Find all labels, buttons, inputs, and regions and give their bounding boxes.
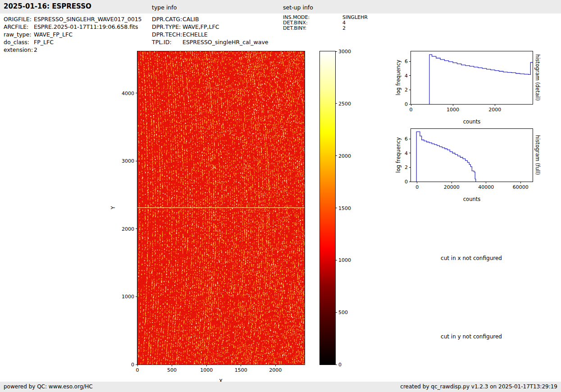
y-tick-label: 0 xyxy=(131,362,134,368)
type-info-heading: type info xyxy=(152,4,177,11)
y-tick-label: 6 xyxy=(405,59,408,64)
x-tick-mark xyxy=(241,365,241,366)
arcfile-label: ARCFILE: xyxy=(4,23,34,31)
raw-display-canvas xyxy=(137,51,305,365)
y-tick-label: 1000 xyxy=(122,294,134,300)
x-tick-mark xyxy=(137,365,138,366)
colorbar-tick-mark xyxy=(335,312,337,313)
info-row-extension: extension:2 xyxy=(4,46,142,54)
cut-x-message: cut in x not configured xyxy=(441,255,502,261)
doclass-value: FP_LFC xyxy=(34,39,54,46)
x-tick-mark xyxy=(172,365,172,366)
colorbar-tick-label: 1500 xyxy=(338,205,351,211)
setup-info-block: INS.MODE:SINGLEHR DET.BINX:4 DET.BINY:2 xyxy=(283,15,368,31)
x-tick-label: 1000 xyxy=(200,367,213,373)
y-tick-mark xyxy=(409,61,411,62)
footer-created-by: created by qc_rawdisp.py v1.2.3 on 2025-… xyxy=(400,383,557,390)
histogram-full-x-label: counts xyxy=(463,196,480,202)
x-tick-mark xyxy=(411,104,411,106)
x-tick-label: 500 xyxy=(167,367,177,373)
info-row-rawtype: raw_type:WAVE_FP_LFC xyxy=(4,31,142,38)
origfile-value: ESPRESSO_SINGLEHR_WAVE017_0015 xyxy=(34,16,142,23)
histogram-full-title: histogram (full) xyxy=(534,135,541,175)
doclass-label: do_class: xyxy=(4,38,34,46)
rawtype-label: raw_type: xyxy=(4,31,34,38)
dpr-tech-label: DPR.TECH: xyxy=(152,31,182,38)
x-tick-label: 0 xyxy=(410,107,413,113)
x-tick-mark xyxy=(453,104,453,106)
rawtype-value: WAVE_FP_LFC xyxy=(34,31,73,38)
x-tick-mark xyxy=(206,365,207,366)
histogram-detail-title: histogram (detail) xyxy=(534,54,541,100)
colorbar-tick-label: 3000 xyxy=(338,49,351,55)
det-biny-label: DET.BINY: xyxy=(283,26,342,31)
y-tick-label: 2000 xyxy=(122,226,134,232)
colorbar-tick-mark xyxy=(335,51,337,52)
y-tick-mark xyxy=(409,75,411,76)
y-tick-mark xyxy=(409,139,411,139)
y-tick-mark xyxy=(409,90,411,90)
colorbar-tick-label: 1000 xyxy=(338,257,351,263)
info-row-doclass: do_class:FP_LFC xyxy=(4,38,142,46)
y-tick-mark xyxy=(409,153,411,153)
colorbar-tick-label: 0 xyxy=(338,362,342,368)
x-tick-mark xyxy=(495,104,495,106)
colorbar: 050010001500200025003000 xyxy=(319,51,336,365)
x-tick-label: 20000 xyxy=(444,184,460,190)
footer-powered-by: powered by QC: www.eso.org/HC xyxy=(4,383,93,390)
qc-report-page: 2025-01-16: ESPRESSO type info set-up in… xyxy=(0,0,561,392)
info-row-arcfile: ARCFILE:ESPRE.2025-01-17T11:19:06.658.fi… xyxy=(4,23,142,31)
colorbar-tick-label: 2000 xyxy=(338,153,351,159)
x-tick-label: 60000 xyxy=(513,184,529,190)
tpl-id-value: ESPRESSO_singleHR_cal_wave xyxy=(182,39,268,46)
histogram-full-canvas xyxy=(411,129,533,182)
info-row-dpr-tech: DPR.TECH:ECHELLE xyxy=(152,31,268,38)
y-tick-label: 0 xyxy=(405,179,408,185)
y-tick-label: 2 xyxy=(405,87,408,93)
info-row-det-biny: DET.BINY:2 xyxy=(283,26,368,31)
colorbar-tick-label: 500 xyxy=(338,310,348,315)
dpr-catg-label: DPR.CATG: xyxy=(152,15,182,23)
y-tick-label: 3000 xyxy=(122,158,134,164)
x-tick-label: 1500 xyxy=(235,367,247,373)
file-info-block: ORIGFILE:ESPRESSO_SINGLEHR_WAVE017_0015 … xyxy=(4,15,142,54)
extension-label: extension: xyxy=(4,46,34,54)
dpr-tech-value: ECHELLE xyxy=(182,31,208,38)
origfile-label: ORIGFILE: xyxy=(4,15,34,23)
y-tick-mark xyxy=(136,365,137,365)
cut-y-message: cut in y not configured xyxy=(441,333,502,340)
dpr-catg-value: CALIB xyxy=(182,16,199,23)
y-tick-mark xyxy=(409,182,411,182)
histogram-detail-x-label: counts xyxy=(463,119,480,125)
y-tick-mark xyxy=(136,228,137,229)
x-tick-label: 1000 xyxy=(447,107,459,113)
x-tick-mark xyxy=(417,182,417,183)
y-tick-mark xyxy=(136,93,137,93)
x-tick-mark xyxy=(520,182,521,183)
colorbar-tick-mark xyxy=(335,155,337,156)
histogram-full-plot: 02000040000600000246 xyxy=(410,128,533,182)
x-tick-label: 2000 xyxy=(488,107,501,113)
colorbar-tick-label: 2500 xyxy=(338,100,351,106)
colorbar-tick-mark xyxy=(335,103,337,104)
y-tick-mark xyxy=(409,104,411,105)
type-info-block: DPR.CATG:CALIB DPR.TYPE:WAVE,FP,LFC DPR.… xyxy=(152,15,268,46)
info-row-origfile: ORIGFILE:ESPRESSO_SINGLEHR_WAVE017_0015 xyxy=(4,15,142,23)
y-tick-mark xyxy=(136,161,137,161)
det-biny-value: 2 xyxy=(342,25,346,31)
x-tick-label: 2000 xyxy=(269,367,282,373)
y-tick-label: 2 xyxy=(405,164,408,170)
page-title: 2025-01-16: ESPRESSO xyxy=(4,2,91,10)
histogram-detail-plot: 0100020000246 xyxy=(410,51,533,105)
x-tick-label: 0 xyxy=(415,184,419,190)
y-tick-label: 4 xyxy=(405,73,408,78)
x-tick-mark xyxy=(452,182,452,183)
x-tick-label: 40000 xyxy=(478,184,494,190)
y-tick-label: 6 xyxy=(405,136,408,142)
raw-y-axis-label: Y xyxy=(110,206,116,209)
y-tick-label: 4000 xyxy=(122,90,134,96)
histogram-full-y-label: log frequency xyxy=(395,137,401,173)
x-tick-mark xyxy=(275,365,276,366)
x-tick-label: 0 xyxy=(136,367,139,373)
x-tick-mark xyxy=(486,182,486,183)
